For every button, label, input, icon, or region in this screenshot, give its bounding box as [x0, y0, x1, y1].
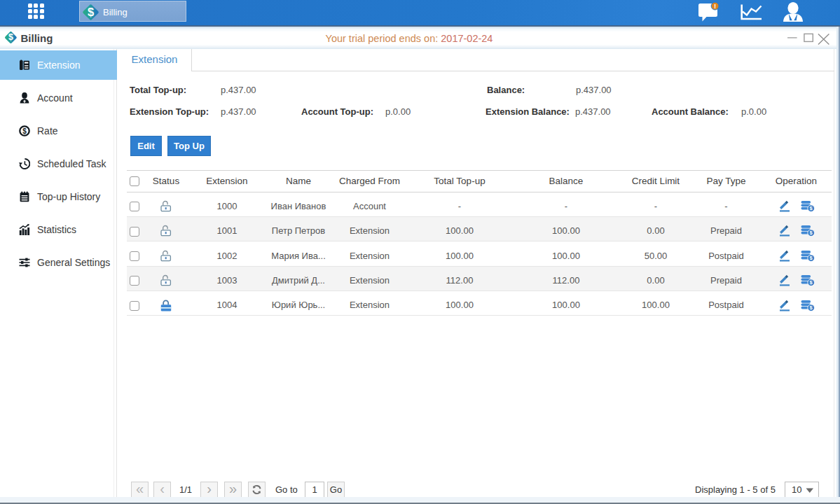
- svg-text:$: $: [22, 127, 27, 135]
- svg-text:!: !: [714, 2, 716, 10]
